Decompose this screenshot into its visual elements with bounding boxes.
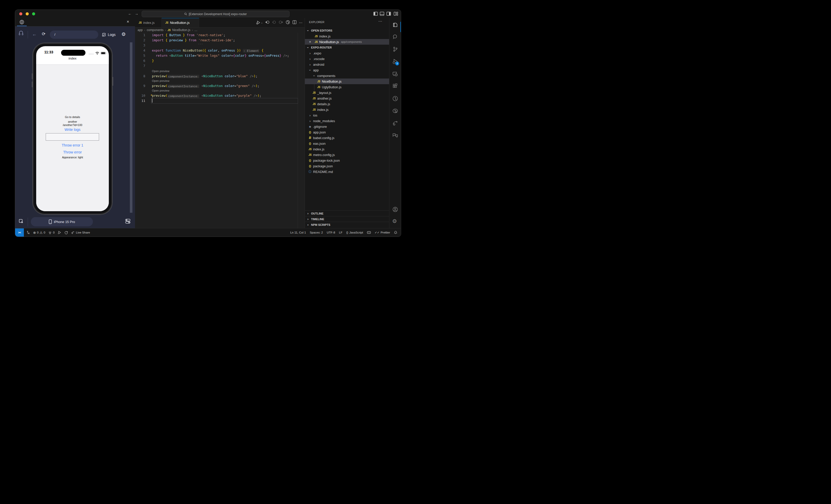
live-share-view-icon[interactable] [392, 120, 398, 126]
eol-button[interactable]: LF [339, 231, 342, 234]
tree-file-nicebutton-js[interactable]: JSNiceButton.js [305, 79, 401, 84]
phone-text-input[interactable] [46, 133, 99, 141]
tree-file-gitignore[interactable]: ◆.gitignore [305, 124, 392, 129]
accounts-icon[interactable] [392, 206, 398, 212]
logs-button[interactable]: Logs [102, 31, 115, 39]
source-control-graph-button[interactable] [26, 231, 30, 234]
element-inspector-icon[interactable] [19, 219, 24, 225]
tab-nicebutton-js[interactable]: JS NiceButton.js [162, 18, 199, 27]
indentation-button[interactable]: Spaces: 2 [310, 231, 323, 234]
tree-file-package-json[interactable]: {}package.json [305, 163, 392, 169]
simulator-settings-icon[interactable]: ⚙ [121, 31, 126, 37]
breadcrumb[interactable]: app› components› JS NiceButton.js› … [138, 27, 197, 33]
device-settings-toggles-icon[interactable] [125, 219, 131, 225]
ports-button[interactable]: 0 [48, 231, 54, 234]
toggle-secondary-sidebar-icon[interactable] [386, 12, 391, 16]
close-panel-icon[interactable]: ✕ [126, 20, 130, 24]
throw-error-button[interactable]: Throw error [36, 150, 109, 154]
section-npm-scripts[interactable]: ›NPM SCRIPTS [305, 222, 389, 227]
comments-view-icon[interactable] [392, 132, 398, 139]
more-actions-icon[interactable]: ⋯ [299, 21, 303, 25]
reload-icon[interactable]: ⟳ [42, 31, 46, 37]
timeline-history-icon[interactable] [286, 20, 290, 25]
quick-fix-sparkle-icon[interactable]: ✦ [150, 93, 152, 97]
encoding-button[interactable]: UTF-8 [327, 231, 335, 234]
tree-file-index-js-root[interactable]: JSindex.js [305, 146, 392, 152]
nav-current-circle-icon[interactable] [272, 20, 276, 25]
codelens-open-preview[interactable]: Open preview [152, 69, 229, 73]
breadcrumb-app[interactable]: app [138, 28, 143, 32]
url-back-icon[interactable]: ← [32, 32, 37, 37]
codelens-open-preview[interactable]: Open preview [152, 88, 229, 93]
tree-file-another-js[interactable]: JSanother.js [305, 95, 396, 101]
code-editor[interactable]: 1 import { Button } from 'react-native';… [135, 33, 305, 228]
url-select[interactable]: / [50, 31, 98, 39]
open-editor-index-js[interactable]: JS index.js [305, 33, 398, 39]
tree-file-app-json[interactable]: {}app.json [305, 129, 392, 135]
copilot-status-icon[interactable] [367, 231, 371, 234]
sidebar-more-actions-icon[interactable]: ⋯ [378, 19, 382, 24]
remote-indicator[interactable]: >< [15, 228, 24, 237]
close-window-button[interactable] [19, 12, 22, 16]
throw-error-1-button[interactable]: Throw error 1 [36, 143, 109, 147]
tree-folder-ios[interactable]: ›ios [305, 112, 392, 118]
section-outline[interactable]: ›OUTLINE [305, 210, 389, 216]
breadcrumb-file[interactable]: NiceButton.js [172, 28, 191, 32]
section-timeline[interactable]: ›TIMELINE [305, 216, 389, 222]
remote-explorer-view-icon[interactable] [392, 71, 398, 77]
problems-button[interactable]: ⊗0 ⚠0 [33, 231, 45, 235]
write-logs-button[interactable]: Write logs [36, 127, 109, 131]
explorer-view-icon[interactable] [392, 22, 398, 28]
source-control-view-icon[interactable] [392, 46, 398, 52]
tree-file-babel-config[interactable]: Bbabel.config.js [305, 135, 392, 141]
follow-device-icon[interactable] [18, 31, 24, 37]
settings-gear-icon[interactable]: ⚙ [392, 218, 398, 224]
sync-button[interactable] [64, 231, 68, 234]
section-open-editors[interactable]: › OPEN EDITORS [305, 28, 389, 33]
go-back-icon[interactable]: ← [128, 11, 132, 16]
radon-ide-tab[interactable] [17, 18, 27, 26]
tree-file-details-js[interactable]: JSdetails.js [305, 101, 396, 107]
go-forward-icon[interactable]: → [135, 11, 138, 16]
run-debug-view-icon[interactable]: 1 [392, 59, 398, 65]
search-view-icon[interactable] [392, 34, 398, 40]
tree-folder-node-modules[interactable]: ›node_modules [305, 118, 392, 124]
tree-folder-app[interactable]: ›app [305, 67, 392, 73]
zoom-window-button[interactable] [32, 12, 35, 16]
run-or-debug-icon[interactable]: ⌄ [256, 21, 263, 25]
live-share-button[interactable]: Live Share [71, 231, 90, 234]
tree-folder-components[interactable]: ›components [305, 73, 396, 79]
open-editor-nicebutton-js[interactable]: ✕ JS NiceButton.js app/components [305, 39, 389, 45]
tab-index-js[interactable]: JS index.js [135, 18, 162, 27]
tree-file-metro-config[interactable]: JSmetro.config.js [305, 152, 392, 157]
gitlens-inspect-view-icon[interactable] [392, 108, 398, 114]
tree-file-readme[interactable]: ⓘREADME.md [305, 169, 392, 175]
codelens-open-preview[interactable]: Open preview [152, 79, 229, 83]
tree-file-uglybutton-js[interactable]: JSUglyButton.js [305, 84, 401, 90]
another-id-link[interactable]: /another?id=100 [36, 123, 109, 126]
prettier-status-button[interactable]: ✓✓Prettier [375, 231, 390, 234]
tree-file-eas-json[interactable]: {}eas.json [305, 141, 392, 146]
nav-forward-circle-icon[interactable] [279, 20, 283, 25]
command-center[interactable]: [Extension Development Host] expo-router [142, 11, 289, 17]
debug-button[interactable] [58, 231, 61, 234]
panel-scrollbar[interactable] [130, 42, 133, 213]
extensions-view-icon[interactable] [392, 83, 398, 89]
breadcrumb-components[interactable]: components [147, 28, 164, 32]
toggle-primary-sidebar-icon[interactable] [373, 12, 378, 16]
tree-folder-expo[interactable]: ›.expo [305, 50, 392, 56]
tree-file-index-js[interactable]: JSindex.js [305, 107, 396, 112]
tree-file-layout-js[interactable]: JS_layout.js [305, 90, 396, 95]
breadcrumb-symbol[interactable]: … [194, 28, 197, 32]
notifications-bell-icon[interactable] [394, 231, 397, 234]
device-select-button[interactable]: iPhone 15 Pro [31, 217, 93, 226]
another-link[interactable]: another [36, 120, 109, 123]
go-to-details-link[interactable]: Go to details [36, 116, 109, 119]
split-editor-icon[interactable] [292, 20, 296, 25]
minimize-window-button[interactable] [26, 12, 29, 16]
nav-back-circle-icon[interactable] [265, 20, 270, 25]
tree-folder-vscode[interactable]: ›.vscode [305, 56, 392, 62]
section-project-root[interactable]: › EXPO-ROUTER [305, 45, 389, 50]
tree-file-package-lock[interactable]: {}package-lock.json [305, 157, 392, 163]
cursor-position-button[interactable]: Ln 11, Col 1 [290, 231, 306, 234]
